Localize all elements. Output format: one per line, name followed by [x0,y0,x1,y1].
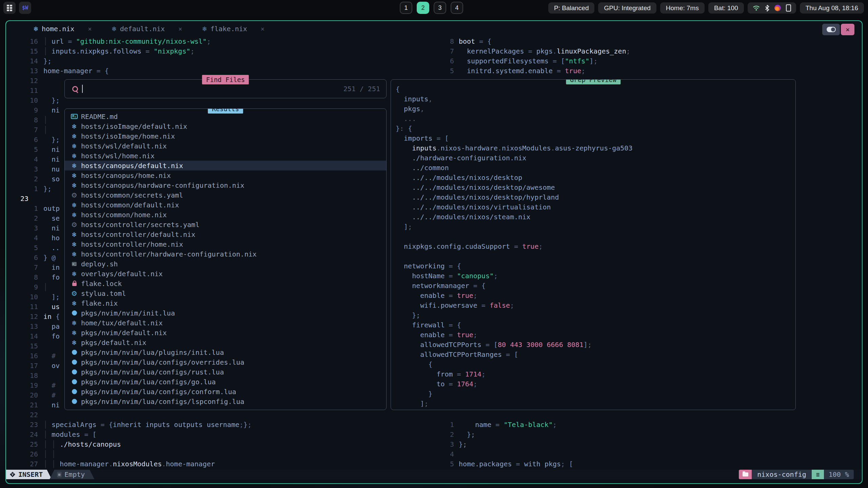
finder-result-row[interactable]: pkgs/nvim/nvim/lua/configs/conform.lua [65,387,386,396]
result-filename: hosts/canopus/hardware-configuration.nix [81,181,244,189]
result-filename: pkgs/nvim/nvim/init.lua [81,309,175,317]
code-line: 5 initrd.systemd.enable = true; [447,66,847,76]
shell-file-icon [70,259,78,269]
result-filename: hosts/controller/home.nix [81,240,183,248]
scroll-position: 100 % [824,470,854,479]
finder-result-row[interactable]: pkgs/nvim/nvim/lua/configs/overrides.lua [65,357,386,367]
result-filename: hosts/common/secrets.yaml [81,191,183,199]
finder-result-row[interactable]: hosts/controller/default.nix [65,229,386,239]
finder-result-row[interactable]: flake.lock [65,279,386,288]
finder-result-row[interactable]: hosts/controller/home.nix [65,239,386,249]
finder-result-row[interactable]: pkgs/nvim/nvim/init.lua [65,308,386,318]
clock[interactable]: Thu Aug 08, 18:16 [800,2,864,14]
code-line: ./hardware-configuration.nix [396,153,795,163]
line-number: 3 [17,164,43,174]
workspace-button-4[interactable]: 4 [451,2,463,14]
finder-result-row[interactable]: flake.nix [65,298,386,308]
finder-result-row[interactable]: hosts/common/secrets.yaml [65,190,386,200]
tab-home.nix[interactable]: ❄home.nix× [33,25,92,33]
logo-button[interactable]: $W [19,2,31,14]
result-filename: hosts/controller/default.nix [81,230,195,239]
line-number: 3 [447,440,459,449]
app-grid-button[interactable] [3,2,16,14]
logo-icon: $W [22,5,28,11]
finder-result-row[interactable]: overlays/default.nix [65,269,386,279]
nix-file-icon [70,229,78,239]
finder-result-row[interactable]: hosts/common/home.nix [65,210,386,220]
info-pill: Home: 7ms [660,2,705,14]
workspace-button-3[interactable]: 3 [434,2,446,14]
line-number: 5 [17,243,43,253]
line-number: 18 [17,371,43,381]
buffer-segment[interactable]: ≡ Empty [50,470,94,479]
line-number: 17 [17,361,43,371]
code-line: allowedTCPPorts = [80 443 3000 6666 8081… [396,340,795,350]
finder-result-row[interactable]: hosts/controller/secrets.yaml [65,220,386,229]
tab-close-icon[interactable]: × [261,25,264,33]
editor-pane-right-bottom[interactable]: 1 name = "Tela-black";2 };3};45home.pack… [447,420,847,469]
code-line: ../../modules/nixos/desktop [396,173,795,183]
finder-result-row[interactable]: hosts/canopus/default.nix [65,161,386,170]
line-number: 11 [17,86,43,96]
finder-result-row[interactable]: home/tux/default.nix [65,318,386,328]
workspace-button-1[interactable]: 1 [400,2,412,14]
code-line: }: { [396,124,795,134]
buffer-icon: ≡ [57,472,62,477]
code-line: } [396,389,795,399]
finder-result-row[interactable]: hosts/wsl/home.nix [65,151,386,161]
finder-result-row[interactable]: pkgs/nvim/nvim/lua/configs/rust.lua [65,367,386,377]
finder-result-row[interactable]: pkgs/nvim/nvim/lua/plugins/init.lua [65,347,386,357]
line-number: 10 [17,96,43,105]
line-number: 14 [17,331,43,341]
line-number: 6 [447,56,459,66]
finder-result-row[interactable]: pkgs/nvim/nvim/lua/configs/lspconfig.lua [65,396,386,406]
status-right: nixos-config ≡ 100 % [739,470,854,479]
finder-result-row[interactable]: hosts/isoImage/default.nix [65,121,386,131]
finder-result-row[interactable]: hosts/wsl/default.nix [65,141,386,151]
result-filename: home/tux/default.nix [81,319,163,327]
results-list: README.mdhosts/isoImage/default.nixhosts… [65,109,386,406]
finder-result-row[interactable]: hosts/canopus/home.nix [65,170,386,180]
workspace-button-2[interactable]: 2 [417,2,429,14]
line-number: 8 [447,37,459,46]
line-number: 24 [17,430,43,440]
tab-close-icon[interactable]: × [178,25,182,33]
line-number: 2 [17,174,43,184]
window-controls: × [822,24,854,35]
window-close-button[interactable]: × [841,24,854,35]
close-icon: × [846,25,850,34]
system-tray[interactable] [748,2,796,14]
toml-file-icon [70,288,78,298]
editor-pane-right-top[interactable]: 8boot = {7 kernelPackages = pkgs.linuxPa… [447,37,847,76]
line-number: 7 [447,46,459,56]
line-number: 16 [17,37,43,46]
results-popup: Results README.mdhosts/isoImage/default.… [64,108,387,410]
result-filename: hosts/canopus/default.nix [81,162,183,170]
system-bar: $W 1234 P: BalancedGPU: IntegratedHome: … [0,0,868,16]
tab-close-icon[interactable]: × [88,25,92,33]
text-cursor [82,85,83,93]
line-number: 1 [17,204,43,214]
line-number: 13 [17,66,43,76]
result-filename: pkgs/nvim/nvim/lua/configs/go.lua [81,378,216,386]
finder-result-row[interactable]: hosts/canopus/hardware-configuration.nix [65,180,386,190]
result-counter: 251 / 251 [343,85,380,93]
result-filename: pkgs/nvim/nvim/lua/plugins/init.lua [81,348,224,357]
finder-result-row[interactable]: pkgs/default.nix [65,338,386,347]
pin-toggle-button[interactable] [822,24,840,35]
finder-result-row[interactable]: deploy.sh [65,259,386,269]
yaml-file-icon [70,220,78,229]
finder-result-row[interactable]: pkgs/nvim/default.nix [65,328,386,338]
finder-result-row[interactable]: hosts/common/default.nix [65,200,386,210]
code-line: 16│ url = "github:nix-community/nixos-ws… [17,37,437,46]
nix-file-icon [70,318,78,328]
finder-result-row[interactable]: hosts/isoImage/home.nix [65,131,386,141]
tab-flake.nix[interactable]: ❄flake.nix× [202,25,265,33]
finder-result-row[interactable]: hosts/controller/hardware-configuration.… [65,249,386,259]
tab-default.nix[interactable]: ❄default.nix× [112,25,182,33]
finder-result-row[interactable]: stylua.toml [65,288,386,298]
finder-result-row[interactable]: pkgs/nvim/nvim/lua/configs/go.lua [65,377,386,387]
mode-segment: INSERT [6,470,52,479]
line-number: 21 [17,400,43,410]
result-filename: hosts/common/default.nix [81,201,179,209]
